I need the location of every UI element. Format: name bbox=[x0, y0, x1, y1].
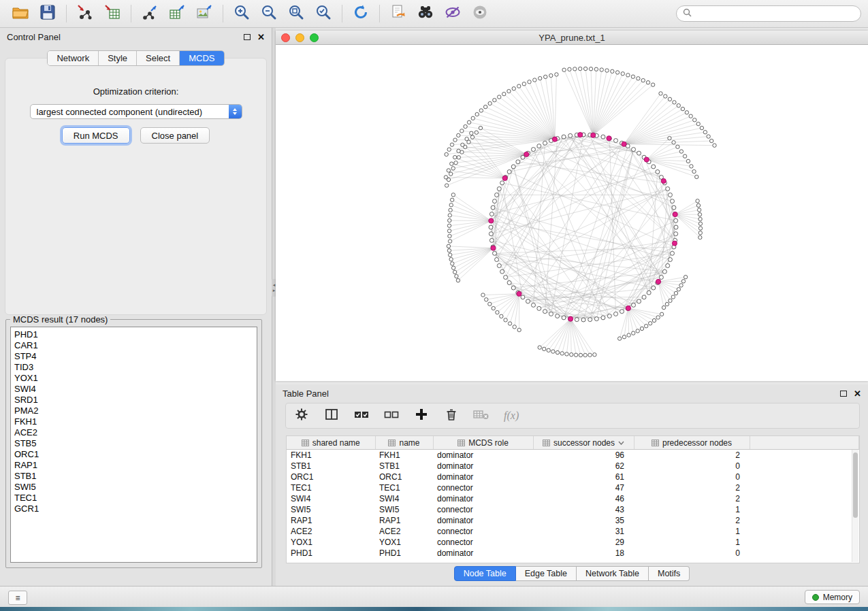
open-folder-icon bbox=[12, 3, 29, 24]
criterion-dropdown[interactable]: largest connected component (undirected) bbox=[30, 104, 242, 119]
column-type-icon bbox=[302, 440, 309, 446]
import-function-button[interactable] bbox=[474, 408, 489, 423]
memory-button[interactable]: Memory bbox=[805, 590, 860, 604]
float-panel-icon[interactable] bbox=[244, 34, 251, 40]
list-menu-icon: ≡ bbox=[15, 593, 20, 603]
tab-network[interactable]: Network bbox=[48, 51, 99, 65]
search-icon bbox=[683, 7, 692, 20]
tab-network-table[interactable]: Network Table bbox=[577, 566, 649, 581]
table-row[interactable]: STB1STB1dominator620 bbox=[287, 461, 859, 472]
column-header-name[interactable]: name bbox=[375, 436, 433, 450]
export-image-icon bbox=[195, 3, 213, 24]
export-table-button[interactable] bbox=[163, 2, 191, 25]
tab-mcds[interactable]: MCDS bbox=[180, 51, 223, 65]
tab-node-table[interactable]: Node Table bbox=[454, 566, 516, 581]
table-row[interactable]: RAP1RAP1dominator352 bbox=[287, 515, 859, 526]
mcds-node-item[interactable]: PHD1 bbox=[14, 329, 257, 340]
mcds-node-item[interactable]: RAP1 bbox=[14, 460, 257, 471]
column-header-filler bbox=[750, 436, 859, 450]
mcds-node-item[interactable]: SWI5 bbox=[14, 482, 257, 493]
close-table-panel-icon[interactable]: ✕ bbox=[854, 389, 861, 398]
table-row[interactable]: FKH1FKH1dominator962 bbox=[287, 450, 859, 461]
unselect-all-button[interactable] bbox=[384, 408, 399, 423]
select-all-button[interactable] bbox=[354, 408, 369, 423]
column-type-icon bbox=[543, 440, 550, 446]
table-row[interactable]: ORC1ORC1dominator610 bbox=[287, 472, 859, 482]
float-table-panel-icon[interactable] bbox=[840, 391, 847, 397]
import-table-button[interactable] bbox=[99, 2, 126, 25]
network-canvas-svg[interactable] bbox=[276, 45, 868, 381]
tab-edge-table[interactable]: Edge Table bbox=[516, 566, 577, 581]
run-mcds-button[interactable]: Run MCDS bbox=[62, 127, 130, 144]
export-image-button[interactable] bbox=[191, 2, 218, 25]
mcds-node-item[interactable]: TEC1 bbox=[14, 493, 257, 503]
add-row-button[interactable] bbox=[414, 408, 429, 423]
table-scrollbar-thumb[interactable] bbox=[853, 452, 858, 518]
select-all-icon bbox=[354, 408, 369, 424]
import-network-button[interactable] bbox=[71, 2, 99, 25]
delete-row-button[interactable] bbox=[444, 408, 459, 423]
table-row[interactable]: SWI4SWI4dominator462 bbox=[287, 493, 859, 504]
window-zoom-button[interactable] bbox=[310, 33, 319, 42]
mcds-node-item[interactable]: ACE2 bbox=[14, 427, 257, 438]
window-minimize-button[interactable] bbox=[295, 33, 304, 42]
mcds-node-item[interactable]: ORC1 bbox=[14, 449, 257, 460]
search-input[interactable] bbox=[696, 8, 854, 19]
mcds-node-item[interactable]: STP4 bbox=[14, 351, 257, 362]
mcds-node-item[interactable]: STB1 bbox=[14, 471, 257, 482]
status-menu-button[interactable]: ≡ bbox=[8, 591, 27, 605]
mcds-result-list[interactable]: PHD1CAR1STP4TID3YOX1SWI4SRD1PMA2FKH1ACE2… bbox=[10, 327, 257, 563]
mcds-node-item[interactable]: FKH1 bbox=[14, 416, 257, 427]
window-close-button[interactable] bbox=[281, 33, 290, 42]
mcds-node-item[interactable]: STB5 bbox=[14, 438, 257, 449]
table-row[interactable]: SWI5SWI5connector431 bbox=[287, 504, 859, 515]
column-header-predecessor-nodes[interactable]: predecessor nodes bbox=[634, 436, 750, 450]
apply-layout-button[interactable] bbox=[347, 2, 374, 25]
plus-icon bbox=[415, 408, 428, 424]
table-settings-button[interactable] bbox=[294, 408, 309, 423]
toolbar-separator bbox=[342, 5, 342, 22]
export-network-button[interactable] bbox=[136, 2, 163, 25]
binoculars-icon bbox=[417, 3, 434, 24]
mcds-node-item[interactable]: CAR1 bbox=[14, 340, 257, 351]
control-panel-tabs: Network Style Select MCDS bbox=[0, 50, 272, 66]
search-network-button[interactable] bbox=[412, 2, 439, 25]
close-panel-button[interactable]: Close panel bbox=[140, 127, 210, 144]
table-scrollbar[interactable] bbox=[852, 450, 858, 562]
tab-select[interactable]: Select bbox=[137, 51, 180, 65]
column-header-mcds-role[interactable]: MCDS role bbox=[433, 436, 533, 450]
toolbar-separator bbox=[223, 5, 223, 22]
mcds-node-item[interactable]: SWI4 bbox=[14, 384, 257, 395]
search-box[interactable] bbox=[676, 5, 861, 22]
sort-chevron-icon bbox=[618, 441, 624, 445]
zoom-out-button[interactable] bbox=[255, 2, 283, 25]
tab-motifs[interactable]: Motifs bbox=[649, 566, 690, 581]
save-session-button[interactable] bbox=[34, 2, 61, 25]
hide-graphics-button[interactable] bbox=[439, 2, 466, 25]
zoom-selected-button[interactable] bbox=[310, 2, 337, 25]
network-window-titlebar[interactable]: YPA_prune.txt_1 bbox=[276, 31, 868, 45]
mcds-node-item[interactable]: SRD1 bbox=[14, 395, 257, 406]
mcds-node-item[interactable]: GCR1 bbox=[14, 503, 257, 514]
table-row[interactable]: ACE2ACE2connector311 bbox=[287, 526, 859, 537]
show-graphics-button[interactable] bbox=[466, 2, 494, 25]
share-document-button[interactable] bbox=[385, 2, 412, 25]
tab-style[interactable]: Style bbox=[99, 51, 137, 65]
function-builder-button[interactable]: f(x) bbox=[504, 410, 519, 422]
control-panel-title: Control Panel bbox=[7, 32, 61, 42]
open-session-button[interactable] bbox=[7, 2, 34, 25]
node-table-body: FKH1FKH1dominator962STB1STB1dominator620… bbox=[287, 450, 859, 559]
zoom-in-button[interactable] bbox=[228, 2, 255, 25]
table-row[interactable]: PHD1PHD1dominator180 bbox=[287, 548, 859, 559]
show-columns-button[interactable] bbox=[324, 408, 339, 423]
zoom-fit-button[interactable] bbox=[283, 2, 310, 25]
zoom-selected-icon bbox=[315, 3, 332, 24]
column-header-shared-name[interactable]: shared name bbox=[287, 436, 375, 450]
table-row[interactable]: YOX1YOX1connector291 bbox=[287, 537, 859, 548]
mcds-node-item[interactable]: YOX1 bbox=[14, 373, 257, 384]
close-panel-icon[interactable]: ✕ bbox=[257, 33, 265, 42]
table-row[interactable]: TEC1TEC1connector472 bbox=[287, 482, 859, 493]
mcds-node-item[interactable]: TID3 bbox=[14, 362, 257, 373]
column-header-successor-nodes[interactable]: successor nodes bbox=[533, 436, 634, 450]
mcds-node-item[interactable]: PMA2 bbox=[14, 406, 257, 416]
